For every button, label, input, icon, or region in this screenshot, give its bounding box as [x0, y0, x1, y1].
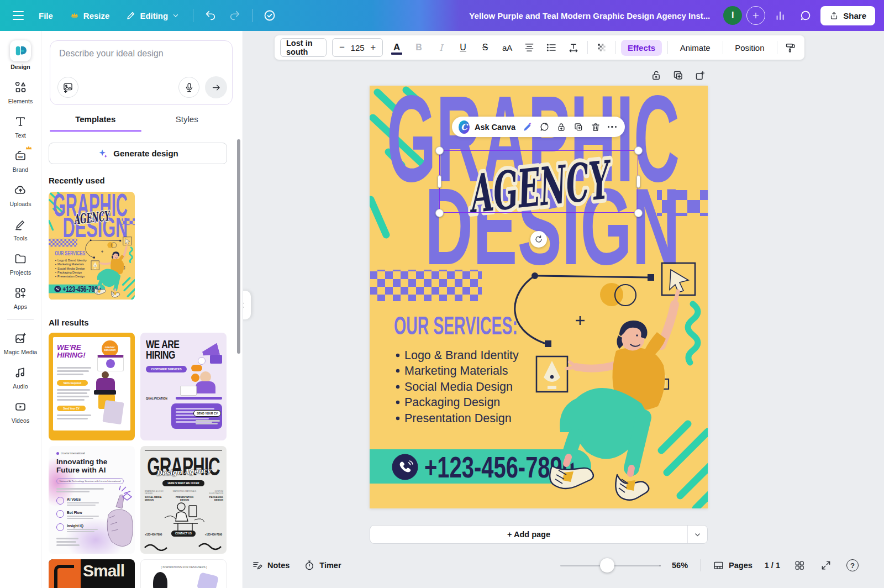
- duplicate-button[interactable]: [572, 120, 585, 134]
- selection-handle-top-left[interactable]: [435, 146, 444, 155]
- sidebar-item-apps[interactable]: Apps: [2, 281, 39, 313]
- service-item[interactable]: Social Media Design: [57, 267, 85, 270]
- sidebar-item-tools[interactable]: Tools: [2, 212, 39, 245]
- service-item[interactable]: Logo & Brand Identity: [404, 349, 519, 362]
- effects-button[interactable]: Effects: [621, 40, 662, 56]
- timer-button[interactable]: Timer: [304, 560, 341, 571]
- zoom-slider-thumb[interactable]: [600, 558, 614, 573]
- sidebar-item-projects[interactable]: Projects: [2, 246, 39, 279]
- underline-button[interactable]: U: [455, 39, 471, 56]
- template-thumb-were-hiring[interactable]: WE'RE HIRING! GRAPHIC DESIGNER Skills Re…: [49, 333, 135, 440]
- fullscreen-button[interactable]: [819, 558, 833, 573]
- template-thumb-small[interactable]: Small: [49, 559, 135, 588]
- add-page-dropdown[interactable]: [687, 526, 707, 543]
- prompt-input[interactable]: [59, 49, 222, 59]
- design-page[interactable]: GRAPHIC DESIGN AGENCY: [370, 86, 708, 508]
- file-menu[interactable]: File: [32, 7, 60, 25]
- submit-prompt-button[interactable]: [205, 76, 227, 98]
- panel-scrollbar[interactable]: [237, 139, 240, 354]
- sidebar-item-elements[interactable]: Elements: [2, 75, 39, 108]
- add-page-above-button[interactable]: [693, 68, 707, 82]
- duplicate-page-button[interactable]: [671, 68, 685, 82]
- sidebar-item-videos[interactable]: Videos: [2, 395, 39, 427]
- italic-button[interactable]: I: [433, 39, 449, 56]
- document-title[interactable]: Yellow Purple and Teal Modern Graphic De…: [469, 11, 710, 20]
- font-selector[interactable]: Lost in south: [280, 38, 327, 57]
- template-thumb-mono-agency[interactable]: GRAPHIC Design Agency HERE'S WHAT WE OFF…: [140, 446, 227, 554]
- zoom-level[interactable]: 56%: [672, 561, 688, 570]
- help-button[interactable]: ?: [845, 558, 860, 573]
- selection-handle-top-right[interactable]: [634, 146, 643, 155]
- sidebar-item-magic-media[interactable]: Magic Media: [2, 326, 39, 359]
- font-size-decrease[interactable]: −: [339, 42, 345, 53]
- spacing-button[interactable]: [565, 39, 582, 56]
- editing-mode-menu[interactable]: Editing: [119, 6, 186, 25]
- poster-services-heading[interactable]: OUR SERVICES:: [55, 249, 86, 256]
- service-item[interactable]: Presentation Design: [57, 275, 85, 278]
- grid-view-button[interactable]: [792, 558, 807, 573]
- animate-button[interactable]: Animate: [673, 40, 717, 56]
- template-thumb-we-are-hiring[interactable]: WE ARE HIRING CUSTOMER SERVICES QUALIFIC…: [140, 333, 227, 440]
- redo-button[interactable]: [224, 5, 245, 26]
- more-options-button[interactable]: [606, 120, 618, 134]
- ask-canva-button[interactable]: Ask Canva: [475, 123, 515, 132]
- selection-handle-right[interactable]: [636, 175, 640, 188]
- alignment-button[interactable]: [521, 39, 538, 56]
- sidebar-item-design[interactable]: Design: [2, 36, 39, 74]
- save-status-button[interactable]: [259, 5, 280, 26]
- recent-template-thumb[interactable]: GRAPHIC DESIGN AGENCY: [49, 192, 135, 300]
- comment-add-button[interactable]: [539, 120, 551, 134]
- font-size-value[interactable]: 125: [351, 43, 365, 53]
- resize-menu[interactable]: Resize: [63, 6, 117, 25]
- service-item[interactable]: Logo & Brand Identity: [57, 259, 87, 262]
- avatar[interactable]: I: [723, 6, 742, 25]
- sidebar-item-text[interactable]: Text: [2, 109, 39, 142]
- tab-templates[interactable]: Templates: [50, 111, 141, 130]
- service-item[interactable]: Presentation Design: [404, 412, 512, 425]
- selection-handle-bottom-left[interactable]: [435, 209, 444, 217]
- zoom-slider[interactable]: [560, 558, 660, 573]
- add-page-button[interactable]: + Add page: [370, 526, 687, 543]
- strikethrough-button[interactable]: S: [477, 39, 493, 56]
- tab-styles[interactable]: Styles: [141, 111, 233, 130]
- poster-services-list[interactable]: Logo & Brand Identity Marketing Material…: [396, 349, 519, 425]
- template-thumb-ai-seminar[interactable]: Liceria International Innovating the Fut…: [49, 446, 135, 554]
- position-button[interactable]: Position: [728, 40, 771, 56]
- add-image-button[interactable]: [57, 77, 78, 98]
- generate-design-button[interactable]: Generate design: [49, 143, 227, 164]
- transparency-button[interactable]: [593, 39, 610, 56]
- lock-button[interactable]: [555, 120, 567, 134]
- font-size-increase[interactable]: +: [370, 42, 376, 53]
- voice-input-button[interactable]: [178, 77, 199, 98]
- delete-button[interactable]: [590, 120, 602, 134]
- copy-style-button[interactable]: [782, 39, 799, 56]
- magic-edit-button[interactable]: [522, 120, 534, 134]
- sidebar-item-brand[interactable]: co Brand: [2, 144, 39, 176]
- service-item[interactable]: Packaging Design: [404, 396, 500, 409]
- rotate-handle[interactable]: [530, 231, 547, 248]
- template-thumb-inspirations[interactable]: [ INSPIRATIONS FOR DESIGNERS ]: [140, 559, 227, 588]
- bold-button[interactable]: B: [411, 39, 427, 56]
- pages-button[interactable]: Pages: [713, 560, 753, 571]
- insights-button[interactable]: [770, 5, 791, 26]
- text-case-button[interactable]: aA: [499, 39, 515, 56]
- notes-button[interactable]: Notes: [252, 560, 290, 571]
- poster-services-list[interactable]: Logo & Brand Identity Marketing Material…: [55, 259, 87, 278]
- selection-handle-bottom-right[interactable]: [634, 209, 643, 217]
- service-item[interactable]: Marketing Materials: [57, 262, 84, 266]
- list-button[interactable]: [543, 39, 560, 56]
- service-item[interactable]: Social Media Design: [404, 380, 513, 393]
- service-item[interactable]: Packaging Design: [57, 271, 82, 274]
- text-color-button[interactable]: A: [388, 39, 405, 56]
- share-button[interactable]: Share: [820, 6, 875, 25]
- sidebar-item-audio[interactable]: Audio: [2, 360, 39, 393]
- service-item[interactable]: Marketing Materials: [404, 364, 508, 377]
- sidebar-item-uploads[interactable]: Uploads: [2, 178, 39, 211]
- comments-button[interactable]: [795, 5, 816, 26]
- selection-handle-left[interactable]: [438, 175, 441, 188]
- add-member-button[interactable]: [746, 6, 765, 25]
- poster-services-heading[interactable]: OUR SERVICES:: [394, 311, 518, 340]
- undo-button[interactable]: [200, 5, 221, 26]
- lock-page-button[interactable]: [649, 68, 663, 82]
- menu-button[interactable]: [8, 5, 29, 26]
